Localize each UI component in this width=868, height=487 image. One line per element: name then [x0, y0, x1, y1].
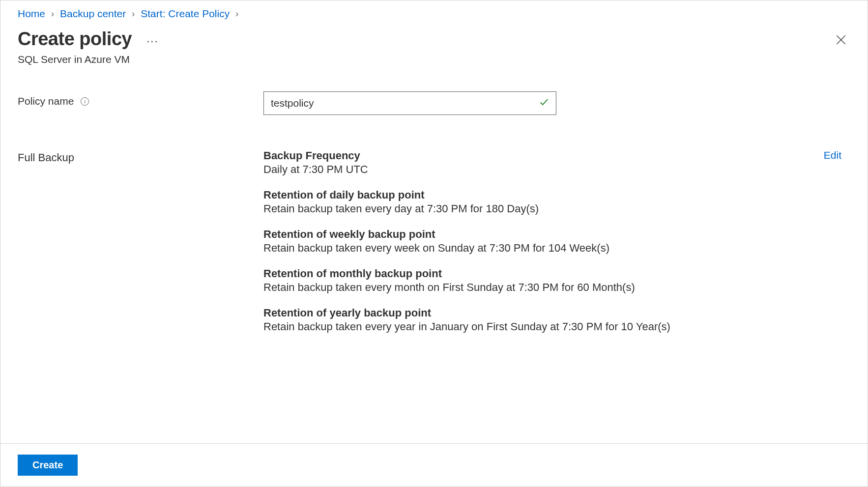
retention-daily-title: Retention of daily backup point	[263, 189, 850, 201]
chevron-right-icon: ›	[132, 9, 135, 19]
retention-monthly-title: Retention of monthly backup point	[263, 267, 850, 280]
breadcrumb-backup-center[interactable]: Backup center	[60, 8, 126, 20]
retention-weekly-title: Retention of weekly backup point	[263, 228, 850, 241]
full-backup-label: Full Backup	[18, 149, 263, 164]
backup-frequency-text: Daily at 7:30 PM UTC	[263, 163, 368, 176]
close-icon	[835, 33, 847, 46]
retention-monthly-text: Retain backup taken every month on First…	[263, 281, 850, 294]
retention-yearly-text: Retain backup taken every year in Januar…	[263, 320, 850, 333]
retention-weekly-text: Retain backup taken every week on Sunday…	[263, 242, 850, 255]
page-title: Create policy	[18, 29, 132, 50]
form-scroll-area[interactable]: Policy name i Full Backup	[18, 91, 863, 443]
page-subtitle: SQL Server in Azure VM	[18, 54, 850, 65]
info-icon[interactable]: i	[81, 97, 89, 106]
breadcrumb: Home › Backup center › Start: Create Pol…	[18, 8, 850, 20]
breadcrumb-start-create-policy[interactable]: Start: Create Policy	[141, 8, 230, 20]
backup-frequency-title: Backup Frequency	[263, 149, 368, 162]
edit-full-backup-link[interactable]: Edit	[824, 149, 841, 161]
create-button[interactable]: Create	[18, 455, 78, 476]
retention-yearly-title: Retention of yearly backup point	[263, 307, 850, 319]
footer-bar: Create	[0, 443, 868, 487]
retention-daily-text: Retain backup taken every day at 7:30 PM…	[263, 202, 850, 215]
chevron-right-icon: ›	[51, 9, 54, 19]
more-actions-icon[interactable]: ···	[146, 36, 158, 47]
close-button[interactable]	[833, 31, 849, 51]
chevron-right-icon: ›	[235, 9, 238, 19]
breadcrumb-home[interactable]: Home	[18, 8, 45, 20]
policy-name-label: Policy name	[18, 95, 74, 107]
policy-name-input[interactable]	[263, 91, 556, 115]
